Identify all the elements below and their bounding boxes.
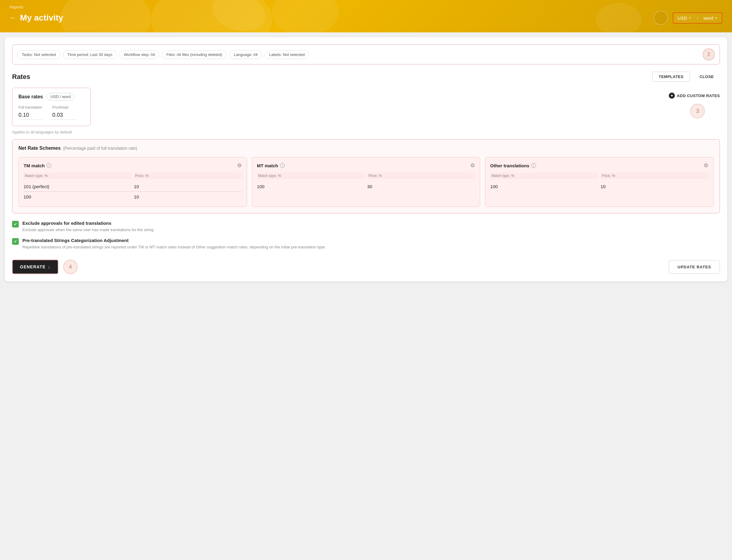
other-columns: Match type, % Price, % xyxy=(490,172,708,179)
full-translation-value[interactable]: 0.10 xyxy=(18,112,43,120)
applies-text: Applies to all languages by default xyxy=(12,130,720,134)
tm-row-2: 100 10 xyxy=(24,192,242,202)
proofread-field: Proofread 0.03 xyxy=(52,105,77,120)
checkmark-icon: ✓ xyxy=(14,222,17,227)
other-translations-card: Other translations i ⚙ Match type, % Pri… xyxy=(485,157,714,207)
mt-price-1[interactable]: 30 xyxy=(367,184,475,189)
update-rates-button[interactable]: UPDATE RATES xyxy=(669,260,720,274)
tm-price-1[interactable]: 10 xyxy=(134,184,242,189)
currency-selector[interactable]: USD ▼ / word ▼ xyxy=(673,12,722,24)
other-price-1[interactable]: 10 xyxy=(600,184,708,189)
bottom-actions: GENERATE ↓ 4 UPDATE RATES xyxy=(12,257,720,274)
net-rate-title: Net Rate Schemes xyxy=(18,146,61,151)
filter-time-period[interactable]: Time period: Last 30 days xyxy=(63,50,117,59)
net-rate-subtitle: (Percentage paid of full translation rat… xyxy=(63,146,137,151)
tm-match-card: TM match i ⚙ Match type, % Price, % 101 … xyxy=(18,157,247,207)
proofread-label: Proofread xyxy=(52,105,77,110)
tm-match-title: TM match xyxy=(24,163,45,168)
header-right-actions: USD ▼ / word ▼ xyxy=(653,11,722,25)
rates-header: Rates TEMPLATES CLOSE xyxy=(12,72,720,82)
close-button[interactable]: CLOSE xyxy=(694,72,720,82)
exclude-approvals-desc: Exclude approvals when the same user has… xyxy=(22,227,720,233)
back-arrow-icon[interactable]: ← xyxy=(10,14,16,22)
other-gear-icon[interactable]: ⚙ xyxy=(704,162,708,169)
pre-translated-checkbox[interactable]: ✓ xyxy=(12,238,19,245)
add-custom-rates-button[interactable]: + ADD CUSTOM RATES xyxy=(669,93,720,99)
proofread-value[interactable]: 0.03 xyxy=(52,112,77,120)
other-row-1: 100 10 xyxy=(490,182,708,192)
mt-title-row: MT match i xyxy=(257,163,285,168)
pre-translated-item: ✓ Pre-translated Strings Categorization … xyxy=(12,238,720,250)
pre-translated-title: Pre-translated Strings Categorization Ad… xyxy=(22,238,720,243)
base-rates-label: Base rates xyxy=(18,94,43,100)
other-match-type-col: Match type, % xyxy=(490,172,598,179)
mt-card-header: MT match i ⚙ xyxy=(257,162,475,169)
tm-title-row: TM match i xyxy=(24,163,51,168)
header: Reports ← My activity USD ▼ / word ▼ xyxy=(0,0,732,32)
mt-match-1[interactable]: 100 xyxy=(257,184,365,189)
rates-title: Rates xyxy=(12,73,30,81)
mt-gear-icon[interactable]: ⚙ xyxy=(470,162,475,169)
other-match-1[interactable]: 100 xyxy=(490,184,598,189)
other-info-icon[interactable]: i xyxy=(531,163,536,168)
full-translation-label: Full translation xyxy=(18,105,43,110)
usd-word-badge[interactable]: USD / word xyxy=(47,93,74,100)
tm-price-2[interactable]: 10 xyxy=(134,194,242,199)
pre-translated-desc: Repetitive translations of pre-translate… xyxy=(22,244,720,250)
currency-dropdown-arrow: ▼ xyxy=(688,16,691,20)
mt-match-type-col: Match type, % xyxy=(257,172,365,179)
currency-dropdown[interactable]: USD ▼ xyxy=(673,13,696,23)
net-rate-title-row: Net Rate Schemes (Percentage paid of ful… xyxy=(18,146,714,151)
checkbox-section: ✓ Exclude approvals for edited translati… xyxy=(12,221,720,250)
tm-info-icon[interactable]: i xyxy=(47,163,51,168)
filter-files[interactable]: Files: All files (including deleted) xyxy=(162,50,227,59)
filter-workflow-step[interactable]: Workflow step: All xyxy=(119,50,159,59)
avatar[interactable] xyxy=(653,11,668,25)
unit-dropdown[interactable]: word ▼ xyxy=(699,13,722,23)
tm-gear-icon[interactable]: ⚙ xyxy=(237,162,242,169)
step-4-indicator: 4 xyxy=(63,260,78,274)
bg-blob-2 xyxy=(272,0,339,32)
templates-button[interactable]: TEMPLATES xyxy=(652,72,690,82)
exclude-approvals-text: Exclude approvals for edited translation… xyxy=(22,221,720,233)
mt-price-col: Price, % xyxy=(367,172,475,179)
tm-columns: Match type, % Price, % xyxy=(24,172,242,179)
base-rates-container: Base rates USD / word Full translation 0… xyxy=(12,88,720,134)
base-rates-fields: Full translation 0.10 Proofread 0.03 xyxy=(18,105,84,120)
unit-dropdown-arrow: ▼ xyxy=(714,16,717,20)
mt-row-1: 100 30 xyxy=(257,182,475,192)
generate-button[interactable]: GENERATE ↓ xyxy=(12,260,58,274)
add-icon: + xyxy=(669,93,675,99)
tm-match-1[interactable]: 101 (perfect) xyxy=(24,184,132,189)
mt-match-card: MT match i ⚙ Match type, % Price, % 100 … xyxy=(252,157,480,207)
other-title-row: Other translations i xyxy=(490,163,536,168)
step-2-indicator: 2 xyxy=(703,48,715,61)
page-title: ← My activity xyxy=(10,13,63,23)
other-translations-title: Other translations xyxy=(490,163,529,168)
pre-translated-text: Pre-translated Strings Categorization Ad… xyxy=(22,238,720,250)
tm-card-header: TM match i ⚙ xyxy=(24,162,242,169)
tm-match-type-col: Match type, % xyxy=(24,172,132,179)
bg-blob-1 xyxy=(208,0,270,32)
other-price-col: Price, % xyxy=(600,172,708,179)
exclude-approvals-title: Exclude approvals for edited translation… xyxy=(22,221,720,226)
mt-match-title: MT match xyxy=(257,163,278,168)
tm-match-2[interactable]: 100 xyxy=(24,194,132,199)
filter-language[interactable]: Language: All xyxy=(229,50,262,59)
filter-tasks[interactable]: Tasks: Not selected xyxy=(17,50,60,59)
rates-actions: TEMPLATES CLOSE xyxy=(652,72,720,82)
filter-labels[interactable]: Labels: Not selected xyxy=(265,50,309,59)
net-rate-section: Net Rate Schemes (Percentage paid of ful… xyxy=(12,139,720,213)
exclude-approvals-checkbox[interactable]: ✓ xyxy=(12,221,19,228)
exclude-approvals-item: ✓ Exclude approvals for edited translati… xyxy=(12,221,720,233)
mt-info-icon[interactable]: i xyxy=(280,163,285,168)
other-card-header: Other translations i ⚙ xyxy=(490,162,708,169)
base-rates-box: Base rates USD / word Full translation 0… xyxy=(12,88,91,126)
net-rate-cards: TM match i ⚙ Match type, % Price, % 101 … xyxy=(18,157,714,207)
generate-arrow-icon: ↓ xyxy=(48,264,51,269)
currency-divider: / xyxy=(695,13,699,23)
tm-price-col: Price, % xyxy=(134,172,242,179)
filter-bar: Tasks: Not selected Time period: Last 30… xyxy=(12,44,720,64)
bottom-left-actions: GENERATE ↓ 4 xyxy=(12,260,78,274)
main-content: Tasks: Not selected Time period: Last 30… xyxy=(5,37,727,281)
